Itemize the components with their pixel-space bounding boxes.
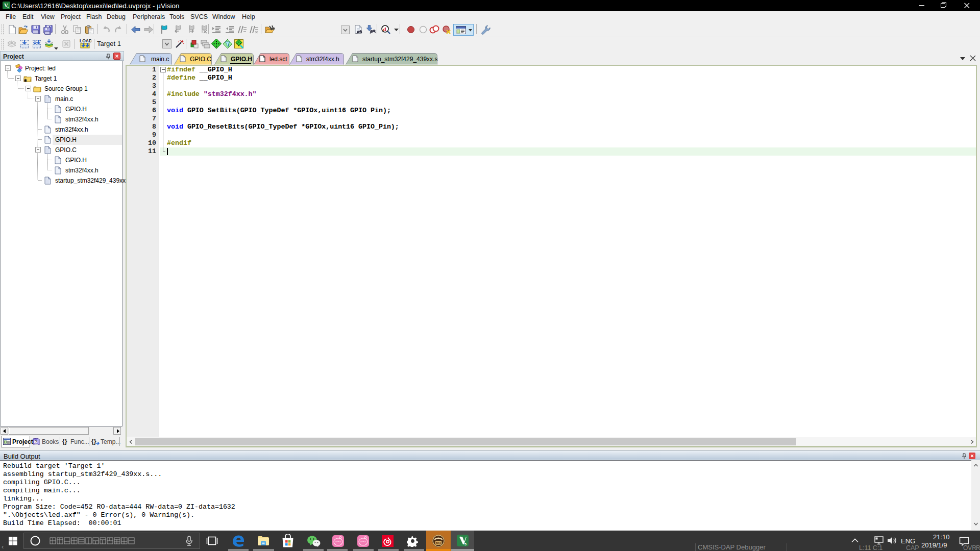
svg-text:LOAD: LOAD bbox=[80, 38, 91, 43]
svg-text:MU: MU bbox=[436, 541, 442, 545]
svg-text:d: d bbox=[383, 26, 386, 32]
svg-text:?: ? bbox=[35, 439, 37, 444]
svg-text:5: 5 bbox=[464, 542, 467, 546]
svg-text:✱: ✱ bbox=[23, 78, 28, 83]
